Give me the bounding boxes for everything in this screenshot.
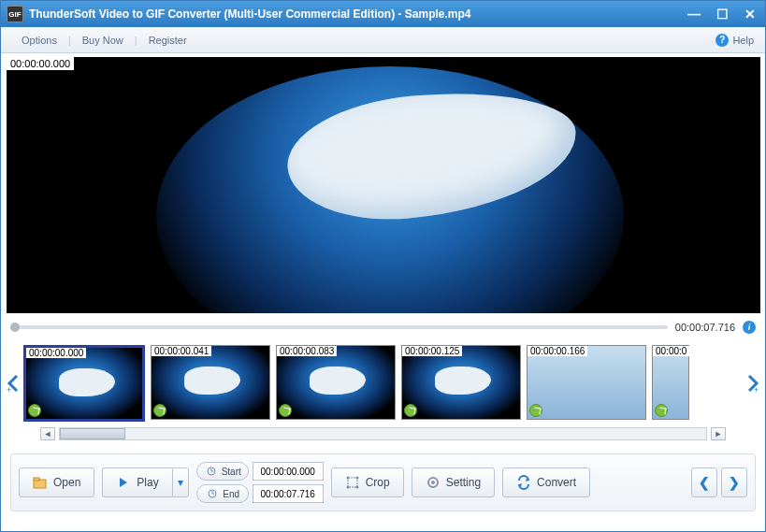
convert-button[interactable]: Convert	[502, 467, 590, 497]
menubar: Options | Buy Now | Register ? Help	[1, 27, 765, 53]
thumbnails: 00:00:00.00000:00:00.04100:00:00.08300:0…	[23, 345, 743, 422]
setting-button[interactable]: Setting	[412, 467, 495, 497]
timeline-slider[interactable]	[10, 325, 668, 329]
preview-area: 00:00:00.000	[1, 53, 765, 313]
svg-point-7	[346, 477, 349, 480]
frame-nav-group: ❮ ❯	[691, 467, 747, 497]
open-button[interactable]: Open	[19, 467, 94, 497]
titlebar: GIF ThunderSoft Video to GIF Converter (…	[1, 1, 765, 27]
svg-text:+: +	[754, 385, 759, 393]
thumbnail[interactable]: 00:00:00.125	[401, 345, 521, 420]
thumbnail-timestamp: 00:00:00.041	[152, 346, 211, 356]
menu-options[interactable]: Options	[12, 35, 66, 46]
minimize-button[interactable]: —	[685, 6, 703, 22]
scroll-track[interactable]	[59, 427, 707, 440]
thumbnail-strip: + 00:00:00.00000:00:00.04100:00:00.08300…	[1, 336, 765, 422]
clock-icon	[279, 404, 292, 417]
thumbnail-timestamp: 00:00:00.166	[528, 346, 587, 356]
svg-point-10	[355, 486, 358, 489]
setting-label: Setting	[446, 476, 481, 489]
close-button[interactable]: ✕	[741, 6, 759, 22]
thumbnail-timestamp: 00:00:00.125	[402, 346, 462, 356]
thumbnail-scrollbar: ◄ ►	[1, 422, 765, 440]
play-icon	[116, 475, 131, 490]
maximize-button[interactable]: ☐	[713, 6, 731, 22]
app-icon: GIF	[7, 6, 23, 22]
end-time-field[interactable]: 00:00:07.716	[253, 484, 324, 503]
thumbnail[interactable]: 00:00:00.166	[527, 345, 646, 420]
svg-text:+: +	[7, 385, 11, 393]
svg-point-12	[431, 481, 435, 484]
thumbnail[interactable]: 00:00:00.000	[23, 345, 145, 422]
crop-button[interactable]: Crop	[331, 467, 404, 497]
play-label: Play	[137, 476, 158, 489]
clock-icon	[655, 404, 668, 417]
svg-point-9	[346, 486, 349, 489]
thumbnail[interactable]: 00:00:00.083	[276, 345, 396, 420]
preview-timestamp: 00:00:00.000	[7, 57, 74, 70]
info-icon[interactable]: i	[743, 321, 756, 334]
set-start-button[interactable]: Start	[196, 462, 249, 481]
timeline-thumb[interactable]	[10, 323, 20, 332]
thumbnail[interactable]: 00:00:0	[652, 345, 689, 420]
open-label: Open	[53, 476, 80, 489]
next-frame-button[interactable]: ❯	[721, 467, 747, 497]
play-button-group: Play ▾	[102, 467, 188, 497]
video-preview[interactable]: 00:00:00.000	[7, 57, 760, 313]
folder-icon	[33, 475, 48, 490]
crop-label: Crop	[366, 476, 390, 489]
menu-buy-now[interactable]: Buy Now	[73, 35, 133, 46]
end-label: End	[223, 489, 239, 499]
scroll-thumb[interactable]	[60, 428, 125, 439]
svg-rect-3	[34, 478, 39, 481]
svg-rect-6	[348, 478, 357, 487]
clock-icon	[404, 404, 417, 417]
thumbnail-timestamp: 00:00:0	[653, 346, 689, 356]
menu-register[interactable]: Register	[139, 35, 196, 46]
help-label: Help	[732, 35, 754, 46]
thumbs-prev-button[interactable]: +	[5, 346, 22, 421]
svg-point-8	[355, 477, 358, 480]
thumbnail-timestamp: 00:00:00.000	[26, 348, 86, 358]
gear-icon	[426, 475, 441, 490]
clock-end-icon	[205, 486, 220, 501]
clock-icon	[28, 404, 41, 417]
play-dropdown-button[interactable]: ▾	[172, 467, 189, 497]
convert-label: Convert	[537, 476, 576, 489]
scroll-right-button[interactable]: ►	[711, 427, 726, 440]
thumbnail-timestamp: 00:00:00.083	[277, 346, 337, 356]
menu-separator: |	[133, 35, 139, 46]
window-title: ThunderSoft Video to GIF Converter (Mult…	[29, 7, 685, 21]
start-time-field[interactable]: 00:00:00.000	[253, 462, 324, 481]
menu-separator: |	[66, 35, 73, 46]
play-button[interactable]: Play	[102, 467, 171, 497]
preview-image	[100, 57, 661, 313]
set-end-button[interactable]: End	[196, 484, 249, 503]
convert-icon	[516, 475, 531, 490]
help-icon: ?	[715, 34, 729, 47]
bottom-toolbar: Open Play ▾ Start 00:00:00.000 End	[10, 453, 756, 511]
crop-icon	[345, 475, 360, 490]
timeline-row: 00:00:07.716 i	[1, 313, 765, 336]
duration-label: 00:00:07.716	[675, 322, 735, 333]
prev-frame-button[interactable]: ❮	[691, 467, 717, 497]
app-window: GIF ThunderSoft Video to GIF Converter (…	[0, 0, 766, 532]
start-label: Start	[222, 467, 241, 477]
thumbnail[interactable]: 00:00:00.041	[151, 345, 270, 420]
clock-icon	[153, 404, 166, 417]
clock-icon	[529, 404, 542, 417]
thumbs-next-button[interactable]: +	[744, 346, 761, 421]
menu-help[interactable]: ? Help	[715, 34, 754, 47]
clock-start-icon	[204, 464, 219, 479]
time-range-group: Start 00:00:00.000 End 00:00:07.716	[196, 462, 324, 503]
scroll-left-button[interactable]: ◄	[40, 427, 55, 440]
window-controls: — ☐ ✕	[685, 6, 759, 22]
